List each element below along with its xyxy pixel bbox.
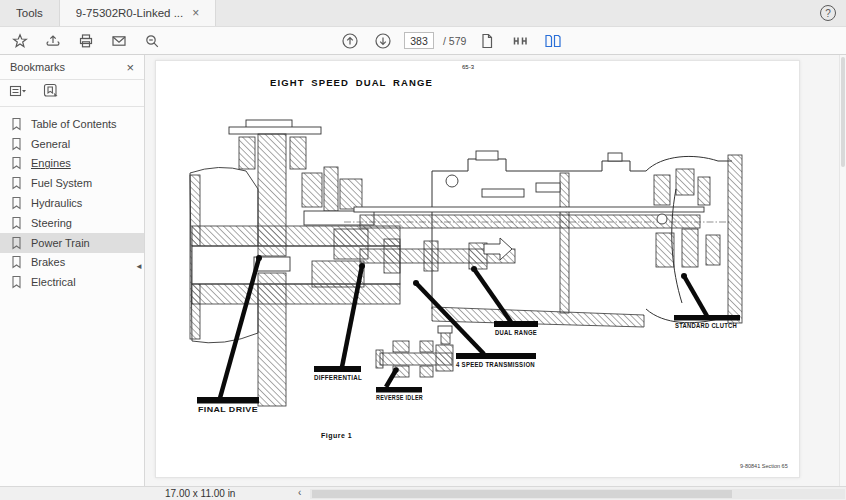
bookmarks-list: Table of Contents General Engines Fuel S…: [0, 107, 144, 292]
bookmark-item-label: General: [31, 138, 70, 150]
horizontal-scrollbar-thumb[interactable]: [312, 490, 732, 498]
bookmark-icon: [10, 196, 23, 210]
page-count-label: / 579: [443, 35, 466, 47]
transmission-case: [432, 151, 646, 327]
bookmark-item-electrical[interactable]: Electrical: [0, 272, 144, 292]
close-panel-icon[interactable]: ×: [126, 60, 134, 75]
label-four-speed-transmission: 4 SPEED TRANSMISSION: [456, 361, 535, 368]
vertical-scrollbar[interactable]: [839, 55, 846, 486]
reverse-idler-assembly: [376, 326, 453, 377]
status-bar: 17.00 x 11.00 in ‹: [0, 486, 846, 500]
bookmarks-panel: Bookmarks × Table of Contents General En…: [0, 55, 145, 486]
label-dual-range: DUAL RANGE: [495, 329, 537, 336]
bookmark-icon: [10, 216, 23, 230]
label-standard-clutch: STANDARD CLUTCH: [675, 322, 737, 329]
tab-tools-label: Tools: [16, 7, 43, 19]
bookmark-icon: [10, 137, 23, 151]
bookmark-icon: [10, 156, 23, 170]
share-icon[interactable]: [41, 30, 65, 52]
bookmark-item-engines[interactable]: Engines: [0, 154, 144, 174]
bookmark-item-table-of-contents[interactable]: Table of Contents: [0, 114, 144, 134]
star-icon[interactable]: [8, 30, 32, 52]
pdf-page: 65-3 EIGHT SPEED DUAL RANGE: [155, 60, 800, 478]
bookmark-item-hydraulics[interactable]: Hydraulics: [0, 193, 144, 213]
scroll-left-icon[interactable]: ‹: [298, 487, 301, 498]
bookmark-item-label: Electrical: [31, 276, 76, 288]
figure-caption: Figure 1: [321, 432, 352, 439]
bookmark-item-label: Brakes: [31, 256, 65, 268]
bookmark-item-label: Power Train: [31, 237, 90, 249]
two-page-view-icon[interactable]: [541, 30, 565, 52]
bookmark-item-steering[interactable]: Steering: [0, 213, 144, 233]
tab-document[interactable]: 9-75302R0-Linked ... ×: [59, 0, 216, 26]
label-differential: DIFFERENTIAL: [314, 374, 362, 381]
label-reverse-idler: REVERSE IDLER: [376, 394, 423, 401]
page-fit-icon[interactable]: [508, 30, 532, 52]
bookmark-item-general[interactable]: General: [0, 134, 144, 154]
bookmark-item-label: Table of Contents: [31, 118, 117, 130]
tab-document-label: 9-75302R0-Linked ...: [76, 7, 183, 19]
single-page-view-icon[interactable]: [475, 30, 499, 52]
bookmark-item-label: Hydraulics: [31, 197, 82, 209]
page-corner-reference: 65-3: [462, 64, 474, 70]
callout-dual-range: DUAL RANGE: [471, 266, 538, 336]
bookmarks-panel-title: Bookmarks: [10, 61, 126, 73]
toolbar: / 579: [0, 27, 846, 55]
bookmark-item-label: Engines: [31, 157, 71, 169]
bookmark-options-icon[interactable]: [9, 83, 27, 103]
email-icon[interactable]: [107, 30, 131, 52]
document-area: 65-3 EIGHT SPEED DUAL RANGE: [145, 55, 846, 486]
tab-bar: Tools 9-75302R0-Linked ... × ?: [0, 0, 846, 27]
bookmark-item-label: Steering: [31, 217, 72, 229]
label-final-drive: FINAL DRIVE: [198, 406, 258, 413]
bookmark-icon: [10, 117, 23, 131]
page-size-label: 17.00 x 11.00 in: [165, 488, 235, 499]
print-icon[interactable]: [74, 30, 98, 52]
help-icon[interactable]: ?: [820, 5, 836, 21]
bookmark-icon: [10, 275, 23, 289]
bookmark-item-brakes[interactable]: Brakes: [0, 253, 144, 273]
next-page-icon[interactable]: [371, 30, 395, 52]
bookmark-item-label: Fuel System: [31, 177, 92, 189]
horizontal-scrollbar[interactable]: [310, 489, 845, 499]
collapse-panel-icon[interactable]: ◄: [135, 263, 143, 271]
bookmark-icon: [10, 176, 23, 190]
bookmark-icon: [10, 255, 23, 269]
bookmark-icon: [10, 236, 23, 250]
vertical-scrollbar-thumb[interactable]: [841, 57, 845, 167]
previous-page-icon[interactable]: [338, 30, 362, 52]
page-title: EIGHT SPEED DUAL RANGE: [270, 77, 433, 88]
search-icon[interactable]: [140, 30, 164, 52]
page-number-input[interactable]: [404, 32, 434, 49]
page-footer-reference: 9-80841 Section 65: [740, 463, 788, 469]
transmission-diagram: FINAL DRIVE DIFFERENTIAL REVERSE IDLER: [184, 111, 744, 421]
bookmark-item-fuel-system[interactable]: Fuel System: [0, 173, 144, 193]
add-bookmark-icon[interactable]: [43, 83, 60, 103]
tab-tools[interactable]: Tools: [0, 0, 59, 26]
bookmark-item-power-train[interactable]: Power Train: [0, 233, 144, 253]
close-tab-icon[interactable]: ×: [192, 7, 199, 19]
